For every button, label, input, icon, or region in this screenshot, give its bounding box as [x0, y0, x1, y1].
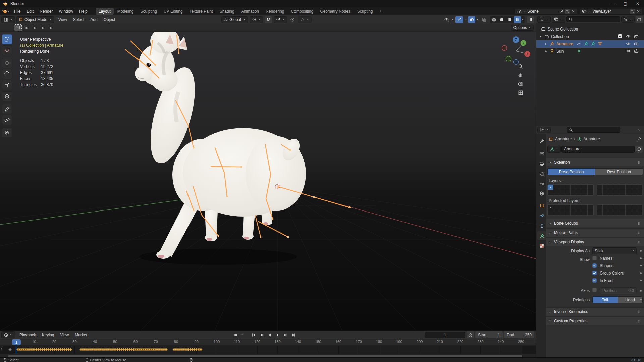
pivot-point-dropdown[interactable] — [250, 16, 263, 23]
decorator-dot[interactable] — [640, 265, 642, 266]
camera-toggle-icon[interactable] — [634, 49, 639, 53]
tool-cursor[interactable] — [2, 45, 12, 55]
drag-dots-icon[interactable] — [637, 310, 641, 314]
scene-selector[interactable]: Scene — [515, 8, 578, 15]
rest-position-button[interactable]: Rest Position — [595, 169, 643, 175]
timeline-keyframe-area[interactable] — [0, 346, 536, 354]
layer-cell[interactable] — [548, 210, 553, 216]
tool-measure[interactable] — [2, 115, 12, 125]
next-keyframe-button[interactable] — [282, 331, 289, 338]
layer-cell[interactable] — [603, 205, 608, 210]
disclosure-closed-icon[interactable] — [544, 50, 548, 53]
layer-cell[interactable] — [631, 210, 637, 216]
jump-to-end-button[interactable] — [290, 331, 298, 338]
preview-range-toggle[interactable] — [467, 331, 474, 338]
drag-dots-icon[interactable] — [637, 240, 641, 244]
timeline-menu-marker[interactable]: Marker — [72, 331, 90, 339]
panel-header-skeleton[interactable]: Skeleton — [546, 158, 644, 166]
layer-cell[interactable] — [637, 210, 643, 216]
pin-icon[interactable] — [637, 137, 641, 141]
disclosure-closed-icon[interactable] — [544, 42, 548, 46]
layer-cell[interactable] — [565, 185, 571, 190]
outliner-display-mode-button[interactable] — [552, 16, 565, 23]
play-reverse-button[interactable] — [266, 331, 273, 338]
layer-cell[interactable] — [608, 210, 614, 216]
workspace-tab-animation[interactable]: Animation — [238, 8, 262, 15]
layer-cell[interactable] — [571, 205, 576, 210]
outliner-filter-button[interactable] — [621, 16, 635, 23]
tool-rotate[interactable] — [2, 69, 12, 79]
menu-window[interactable]: Window — [56, 8, 76, 15]
toggle-ortho-icon[interactable] — [518, 90, 523, 95]
start-frame-field[interactable]: Start 1 — [475, 331, 503, 338]
outliner-row-scene-collection[interactable]: Scene Collection — [536, 25, 644, 33]
workspace-tab-geometry-nodes[interactable]: Geometry Nodes — [317, 8, 354, 15]
current-frame-chip[interactable]: 1 — [12, 339, 21, 345]
new-scene-button[interactable] — [565, 9, 570, 14]
workspace-tab-rendering[interactable]: Rendering — [263, 8, 287, 15]
layer-cell[interactable] — [559, 190, 565, 195]
drag-dots-icon[interactable] — [637, 221, 641, 226]
panel-header-custom-properties[interactable]: Custom Properties — [546, 316, 644, 325]
properties-tab-object-data[interactable] — [537, 231, 546, 240]
id-type-dropdown[interactable] — [547, 146, 561, 153]
properties-tab-object[interactable] — [537, 201, 546, 210]
jump-to-start-button[interactable] — [250, 331, 257, 338]
play-button[interactable] — [274, 331, 281, 338]
camera-toggle-icon[interactable] — [634, 41, 639, 46]
select-mode-intersect[interactable] — [46, 25, 54, 31]
tool-move[interactable] — [2, 58, 12, 68]
navigation-gizmo[interactable]: Z X Y — [500, 35, 531, 66]
checkbox-in-front[interactable] — [592, 278, 597, 283]
workspace-tab-modeling[interactable]: Modeling — [114, 8, 137, 15]
display-as-dropdown[interactable]: Stick — [592, 247, 637, 254]
layer-cell[interactable] — [608, 185, 614, 190]
menu-render[interactable]: Render — [37, 8, 56, 15]
properties-tab-view-layer[interactable] — [537, 169, 546, 178]
outliner-item-label[interactable]: Sun — [556, 49, 564, 54]
layer-cell[interactable] — [548, 185, 553, 190]
pin-icon[interactable] — [559, 9, 564, 14]
falloff-dropdown[interactable] — [298, 16, 312, 23]
timeline-menu-keying[interactable]: Keying — [39, 331, 57, 339]
layer-cell[interactable] — [553, 205, 559, 210]
outliner-item-label[interactable]: Scene Collection — [548, 27, 578, 32]
eye-toggle-icon[interactable] — [626, 34, 631, 39]
keyframe-diamond[interactable] — [69, 348, 72, 351]
properties-tab-physics[interactable] — [537, 211, 546, 220]
prev-keyframe-button[interactable] — [258, 331, 265, 338]
layer-cell[interactable] — [614, 185, 620, 190]
properties-tab-output[interactable] — [537, 159, 546, 168]
layer-cell[interactable] — [597, 205, 603, 210]
outliner-row-armature[interactable]: Armature — [536, 40, 644, 48]
layer-cell[interactable] — [588, 190, 593, 195]
axes-checkbox[interactable] — [592, 288, 597, 292]
layer-cell[interactable] — [576, 185, 582, 190]
drag-dots-icon[interactable] — [637, 160, 641, 165]
armature-layers-grid-right[interactable] — [597, 184, 643, 196]
viewport-menu-add[interactable]: Add — [87, 16, 100, 23]
add-workspace-button[interactable]: + — [377, 8, 385, 15]
protected-layers-grid-left[interactable] — [547, 204, 594, 216]
workspace-tab-layout[interactable]: Layout — [96, 8, 114, 15]
tool-select-box[interactable] — [2, 34, 12, 44]
end-frame-field[interactable]: End 250 — [504, 331, 534, 338]
blender-menu-button[interactable] — [1, 8, 11, 15]
workspace-tab-uv-editing[interactable]: UV Editing — [161, 8, 186, 15]
properties-tab-render[interactable] — [537, 149, 546, 158]
fake-user-shield-button[interactable] — [635, 146, 643, 153]
layer-cell[interactable] — [614, 205, 620, 210]
menu-file[interactable]: File — [11, 8, 23, 15]
tool-scale[interactable] — [2, 80, 12, 90]
show-hide-dropdown[interactable] — [443, 16, 450, 23]
layer-cell[interactable] — [582, 205, 588, 210]
axes-position-slider[interactable]: Position 0.0 — [600, 287, 637, 294]
show-overlays-toggle[interactable] — [468, 16, 475, 23]
xray-toggle[interactable] — [480, 16, 488, 23]
protected-layers-grid-right[interactable] — [597, 204, 643, 216]
layer-cell[interactable] — [588, 210, 593, 216]
outliner-search-input[interactable] — [566, 16, 620, 22]
close-button[interactable]: ✕ — [636, 1, 639, 6]
layer-cell[interactable] — [631, 185, 637, 190]
timeline-editor-type-button[interactable] — [1, 331, 15, 338]
